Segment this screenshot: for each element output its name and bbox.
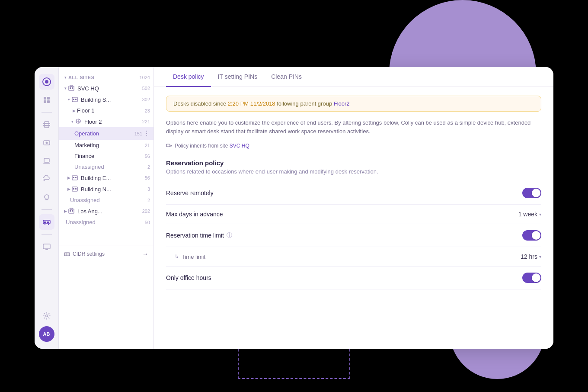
sidebar-item-building-n[interactable]: ▶ Building N... 3 [59,183,153,195]
main-card: AB ▾ ALL SITES 1024 ▾ SVC HQ 502 [35,67,553,349]
rail-divider-2 [42,209,52,210]
building-icon-e [72,174,79,181]
expand-arrow-building-n[interactable]: ▶ [66,186,72,192]
logo-icon[interactable] [39,74,54,90]
svg-rect-5 [47,100,50,103]
svg-rect-40 [70,210,71,212]
warning-banner: Desks disabled since 2:20 PM 11/2/2018 f… [166,96,541,112]
reserve-remotely-label: Reserve remotely [166,190,522,196]
operation-menu-icon[interactable]: ⋮ [143,129,150,138]
sidebar-item-operation[interactable]: Operation 151 ⋮ [59,127,153,140]
sidebar-item-floor2[interactable]: ▾ Floor 2 221 [59,116,153,127]
sidebar-item-unassigned-3[interactable]: Unassigned 50 [59,217,153,228]
svg-rect-36 [72,187,77,191]
svg-rect-13 [45,199,48,200]
warning-link[interactable]: Floor2 [334,100,350,107]
cloud-icon[interactable] [39,171,54,187]
svg-point-10 [45,142,48,144]
svg-rect-38 [75,188,77,190]
tab-clean-pins[interactable]: Clean PINs [264,67,309,87]
sidebar-item-marketing[interactable]: Marketing 21 [59,140,153,151]
download-icon[interactable] [39,153,54,169]
office-hours-toggle[interactable] [522,273,541,283]
office-hours-label: Only office hours [166,274,522,281]
icon-rail: AB [35,67,59,349]
svg-rect-25 [72,87,73,89]
expand-arrow-floor2[interactable]: ▾ [69,119,75,125]
svg-rect-33 [72,176,77,180]
monitor-icon[interactable] [39,239,54,254]
sidebar-item-unassigned-1[interactable]: Unassigned 2 [59,161,153,172]
sidebar-item-all-sites[interactable]: ▾ ALL SITES 1024 [59,72,153,83]
expand-arrow-floor1[interactable]: ▶ [71,108,77,114]
sidebar-item-building-s[interactable]: ▾ Building S... 302 [59,94,153,105]
svg-rect-21 [46,249,47,250]
max-days-value: 1 week ▾ [518,211,541,218]
svg-rect-12 [43,163,50,164]
setting-row-reserve-remotely: Reserve remotely [166,182,541,205]
time-limit-sub-label: ↳ Time limit [166,254,521,260]
gear-icon[interactable] [39,308,54,324]
policy-inherits-text: Policy inherits from site SVC HQ [175,143,249,149]
building-icon-svc-hq [68,85,75,92]
time-limit-chevron: ▾ [539,254,541,259]
sidebar-item-finance[interactable]: Finance 56 [59,151,153,161]
expand-arrow-building-s[interactable]: ▾ [66,96,72,103]
network-icon[interactable] [39,117,54,132]
desk-icon[interactable] [39,214,54,230]
floor2-icon [75,118,82,125]
svg-rect-37 [73,188,74,190]
expand-arrow-los-ang[interactable]: ▶ [62,208,68,214]
svg-rect-35 [75,177,77,178]
building-icon-los [68,208,75,215]
office-hours-toggle-value [522,273,541,283]
avatar-icon[interactable]: AB [39,326,54,342]
svg-rect-3 [47,97,50,100]
svg-rect-24 [70,87,71,89]
tab-it-setting-pins[interactable]: IT setting PINs [211,67,265,87]
max-days-dropdown[interactable]: 1 week ▾ [518,211,541,218]
reservation-policy-desc: Options related to occasions where end-u… [166,168,541,175]
sidebar-spacer [59,228,153,245]
reserve-remotely-value [522,188,541,198]
warning-text: Desks disabled since 2:20 PM 11/2/2018 f… [173,100,350,107]
sidebar-item-svc-hq[interactable]: ▾ SVC HQ 502 [59,83,153,94]
svg-rect-15 [45,224,45,225]
svg-rect-27 [72,97,77,102]
content-body: Desks disabled since 2:20 PM 11/2/2018 f… [154,87,553,349]
reserve-remotely-toggle[interactable] [522,188,541,198]
device-icon[interactable] [39,135,54,151]
tab-desk-policy[interactable]: Desk policy [166,67,211,87]
rail-divider-3 [42,234,52,235]
expand-arrow-all-sites[interactable]: ▾ [62,74,68,80]
expand-arrow-building-e[interactable]: ▶ [66,175,72,181]
policy-inherits-link[interactable]: SVC HQ [230,143,249,149]
svg-rect-4 [44,100,46,103]
sidebar-item-building-e[interactable]: ▶ Building E... 56 [59,172,153,183]
time-limit-toggle[interactable] [522,230,541,241]
setting-row-time-limit: Reservation time limit ⓘ [166,224,541,247]
main-content: Desk policy IT setting PINs Clean PINs D… [154,67,553,349]
svg-rect-41 [72,210,73,212]
expand-arrow-svc-hq[interactable]: ▾ [62,85,68,91]
rail-divider-1 [42,112,52,112]
svg-point-1 [45,80,48,84]
layers-icon[interactable] [39,92,54,108]
sidebar-item-unassigned-2[interactable]: Unassigned 2 [59,195,153,206]
sidebar-item-floor1[interactable]: ▶ Floor 1 23 [59,105,153,116]
sidebar-item-los-ang[interactable]: ▶ Los Ang... 202 [59,206,153,217]
max-days-text: 1 week [518,211,537,218]
time-limit-dropdown[interactable]: 12 hrs ▾ [521,253,541,260]
bulb-icon[interactable] [39,190,54,205]
bg-dashed-rect [238,344,350,379]
svg-point-22 [45,315,48,317]
tabs-bar: Desk policy IT setting PINs Clean PINs [154,67,553,87]
setting-row-time-limit-value: ↳ Time limit 12 hrs ▾ [166,247,541,267]
policy-icon [166,143,172,149]
cidr-settings-link[interactable]: CIDR settings → [59,245,153,261]
indent-arrow-icon: ↳ [175,254,179,260]
svg-rect-34 [73,177,74,178]
svg-rect-46 [166,144,170,147]
svg-rect-19 [43,244,50,249]
setting-row-max-days: Max days in advance 1 week ▾ [166,205,541,224]
